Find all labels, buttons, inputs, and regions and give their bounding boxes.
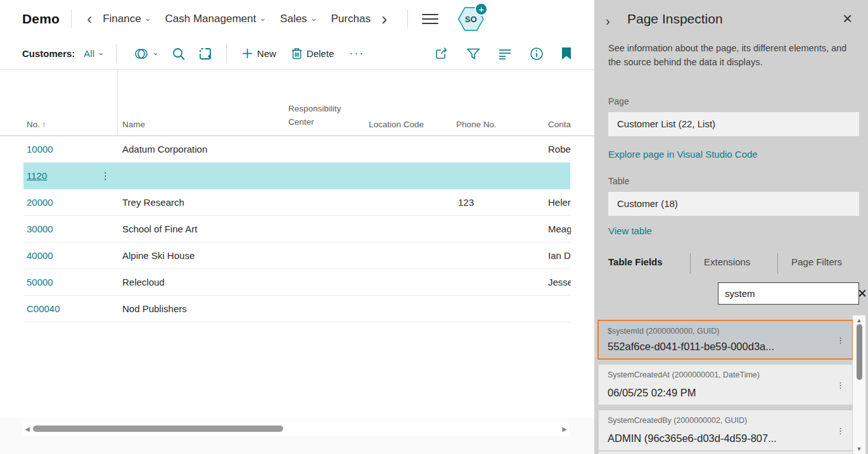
- nav-forward-chevron-icon[interactable]: ›: [378, 10, 391, 28]
- filter-button[interactable]: [466, 47, 480, 61]
- panel-collapse-chevron-icon[interactable]: ›: [606, 14, 610, 28]
- main-content: Demo ‹ Finance ⌄ Cash Management ⌄ Sales…: [0, 0, 594, 454]
- cell-contact: Ian D: [548, 243, 571, 269]
- grid-header: No.↑ Name Responsibility Center Location…: [0, 70, 594, 136]
- scroll-left-icon[interactable]: ◀: [23, 426, 32, 432]
- chevron-down-icon: ⌄: [259, 13, 266, 23]
- more-options-button[interactable]: ···: [349, 47, 364, 60]
- list-view-button[interactable]: [498, 47, 512, 60]
- plus-icon: [242, 48, 253, 59]
- nav-item-label: Cash Management: [165, 13, 257, 25]
- tab-table-fields[interactable]: Table Fields: [608, 256, 663, 267]
- panel-title: Page Inspection: [627, 11, 723, 27]
- nav-item-label: Purchas: [331, 13, 371, 25]
- table-row[interactable]: 10000 Adatum Corporation Robe: [23, 136, 570, 163]
- field-item-systemcreatedat[interactable]: SystemCreatedAt (2000000001, DateTime) 0…: [599, 365, 852, 405]
- nav-item-cash-management[interactable]: Cash Management ⌄: [165, 13, 267, 25]
- cell-name: Relecloud: [122, 269, 165, 296]
- app-brand[interactable]: Demo: [22, 11, 60, 27]
- bookmark-button[interactable]: [561, 47, 571, 60]
- field-search-box: ✕: [718, 282, 859, 305]
- tab-page-filters[interactable]: Page Filters: [791, 256, 842, 267]
- customer-no-link[interactable]: C00040: [27, 296, 60, 322]
- field-search-input[interactable]: [718, 288, 851, 299]
- panel-vertical-scrollbar[interactable]: ▲ ▼: [853, 315, 865, 454]
- nav-item-purchasing[interactable]: Purchas: [331, 13, 371, 25]
- table-row-selected[interactable]: 1120 ⋮: [23, 163, 570, 189]
- scroll-up-icon[interactable]: ▲: [853, 317, 865, 324]
- column-header-responsibility-center[interactable]: Responsibility Center: [288, 103, 352, 129]
- customer-no-link[interactable]: 50000: [27, 269, 53, 296]
- column-header-name[interactable]: Name: [122, 120, 145, 129]
- cell-name: Nod Publishers: [122, 296, 187, 322]
- horizontal-scrollbar[interactable]: ◀ ▶: [23, 422, 569, 436]
- view-selector[interactable]: All ⌄: [84, 48, 105, 59]
- top-navigation-bar: Demo ‹ Finance ⌄ Cash Management ⌄ Sales…: [0, 0, 594, 38]
- list-icon: [498, 47, 512, 60]
- customer-no-link[interactable]: 10000: [27, 136, 53, 163]
- search-icon: [172, 47, 186, 61]
- table-row[interactable]: 30000 School of Fine Art Meag: [23, 216, 570, 243]
- cell-contact: Robe: [548, 136, 571, 163]
- view-table-link[interactable]: View table: [608, 225, 652, 236]
- field-value: ADMIN (96c365e6-d03d-4d59-807...: [608, 432, 777, 445]
- panel-close-icon[interactable]: ×: [843, 10, 852, 27]
- field-kebab-icon[interactable]: ⋮: [836, 426, 845, 435]
- column-header-phone-no[interactable]: Phone No.: [456, 120, 497, 129]
- table-value-box: Customer (18): [608, 192, 859, 216]
- delete-button[interactable]: Delete: [291, 47, 334, 60]
- nav-item-sales[interactable]: Sales ⌄: [280, 13, 317, 25]
- chevron-down-icon: ⌄: [310, 13, 317, 23]
- column-header-contact[interactable]: Conta: [548, 120, 571, 129]
- nav-item-finance[interactable]: Finance ⌄: [103, 13, 151, 25]
- cell-contact: Jesse: [548, 269, 571, 296]
- edit-list-button[interactable]: [198, 47, 212, 61]
- horizontal-scrollbar-thumb[interactable]: [33, 426, 283, 432]
- customer-no-link[interactable]: 30000: [27, 216, 53, 243]
- customer-no-link[interactable]: 40000: [27, 243, 53, 269]
- page-value-box: Customer List (22, List): [608, 112, 859, 136]
- tab-extensions[interactable]: Extensions: [704, 256, 750, 267]
- share-icon: [435, 47, 449, 61]
- cell-name: Trey Research: [122, 189, 184, 216]
- horizontal-scrollbar-track[interactable]: [32, 422, 560, 436]
- panel-tabs: Table Fields Extensions Page Filters: [594, 253, 868, 275]
- edit-list-icon: [198, 47, 212, 61]
- customer-no-link[interactable]: 20000: [27, 189, 53, 216]
- nav-item-label: Sales: [280, 13, 307, 25]
- add-account-badge[interactable]: +: [475, 3, 488, 16]
- table-row[interactable]: 20000 Trey Research 123 Heler: [23, 189, 570, 216]
- field-item-systemcreatedby[interactable]: SystemCreatedBy (2000000002, GUID) ADMIN…: [599, 410, 852, 450]
- vertical-scrollbar-thumb[interactable]: [857, 324, 862, 380]
- table-row[interactable]: C00040 Nod Publishers: [23, 296, 570, 322]
- cell-phone: 123: [458, 189, 474, 216]
- menu-hamburger-icon[interactable]: [422, 14, 438, 24]
- new-button[interactable]: New: [242, 48, 276, 59]
- customer-no-link[interactable]: 1120: [27, 163, 47, 189]
- tab-divider: [777, 253, 778, 274]
- field-item-systemid[interactable]: $systemId (2000000000, GUID) 552af6ce-d0…: [597, 320, 853, 360]
- column-header-no[interactable]: No.↑: [27, 120, 46, 129]
- field-kebab-icon[interactable]: ⋮: [836, 380, 845, 389]
- table-row[interactable]: 50000 Relecloud Jesse: [23, 269, 570, 296]
- search-button[interactable]: [172, 47, 186, 61]
- analysis-mode-button[interactable]: ⌄: [134, 47, 159, 61]
- row-kebab-icon[interactable]: ⋮: [101, 163, 110, 189]
- column-header-location-code[interactable]: Location Code: [369, 120, 424, 129]
- column-header-label: No.: [27, 120, 40, 129]
- info-icon: [530, 47, 544, 61]
- avatar[interactable]: SO +: [457, 5, 485, 33]
- bookmark-icon: [561, 47, 571, 60]
- info-button[interactable]: [530, 47, 544, 61]
- frozen-column-divider: [117, 70, 118, 136]
- scroll-right-icon[interactable]: ▶: [560, 426, 569, 432]
- clear-search-icon[interactable]: ✕: [851, 286, 868, 301]
- explore-page-link[interactable]: Explore page in Visual Studio Code: [608, 149, 758, 160]
- chevron-down-icon: ⌄: [152, 47, 159, 57]
- table-row[interactable]: 40000 Alpine Ski House Ian D: [23, 243, 570, 269]
- scroll-down-icon[interactable]: ▼: [853, 446, 865, 452]
- nav-back-chevron-icon[interactable]: ‹: [83, 11, 96, 27]
- field-kebab-icon[interactable]: ⋮: [836, 335, 845, 344]
- share-button[interactable]: [435, 47, 449, 61]
- cell-name: School of Fine Art: [122, 216, 197, 243]
